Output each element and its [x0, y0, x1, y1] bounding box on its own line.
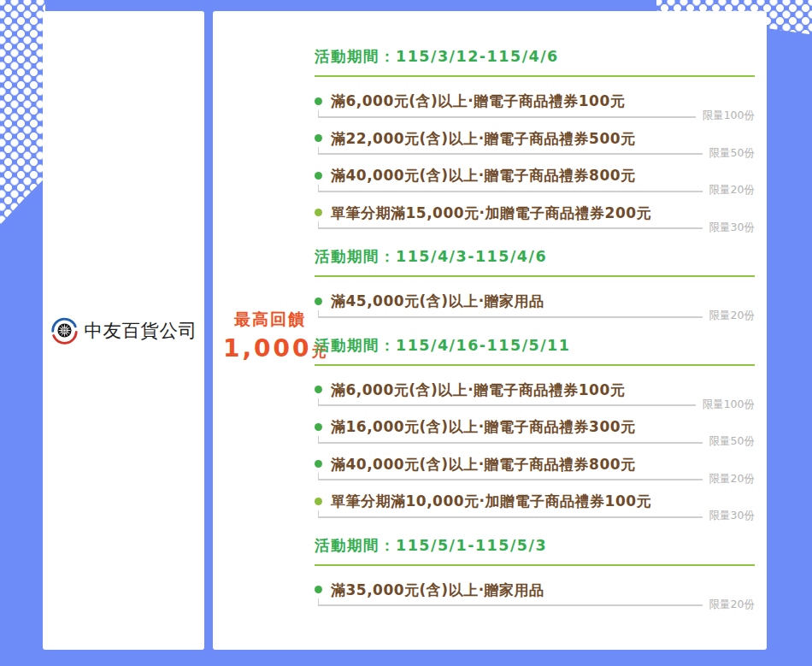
offer-bullet-icon	[315, 460, 322, 468]
offer-bullet-icon	[315, 134, 322, 142]
offer-text: 滿40,000元(含)以上·贈電子商品禮券800元	[331, 166, 636, 185]
offer-text: 滿16,000元(含)以上·贈電子商品禮券300元	[331, 417, 636, 436]
offer-underline	[318, 221, 703, 229]
max-reward-block: 最高回饋 1,000元	[223, 309, 317, 362]
offer-limit: 限量20份	[709, 310, 755, 321]
offer-text: 滿22,000元(含)以上·贈電子商品禮券500元	[331, 129, 636, 148]
offer-underline	[318, 185, 703, 192]
max-reward-amount: 1,000元	[223, 334, 317, 362]
offer-limit: 限量20份	[709, 474, 755, 485]
offer-underline	[318, 473, 703, 480]
offer-row: 滿6,000元(含)以上·贈電子商品禮券100元 限量100份	[315, 374, 755, 407]
max-reward-number: 1,000	[223, 334, 312, 362]
offer-bullet-icon	[315, 172, 322, 180]
offer-row: 滿35,000元(含)以上·贈家用品 限量20份	[315, 575, 755, 607]
promo-card: 最高回饋 1,000元 活動期間：115/3/12-115/4/6 滿6,000…	[213, 11, 767, 650]
offer-limit: 限量100份	[703, 110, 755, 121]
section-period-title: 活動期間：115/3/12-115/4/6	[315, 48, 755, 77]
offer-limit: 限量50份	[709, 436, 755, 447]
offer-text: 滿45,000元(含)以上·贈家用品	[331, 292, 544, 310]
promo-section: 活動期間：115/4/16-115/5/11 滿6,000元(含)以上·贈電子商…	[315, 337, 755, 518]
offer-text: 滿35,000元(含)以上·贈家用品	[331, 581, 544, 599]
section-period-title: 活動期間：115/4/3-115/4/6	[315, 248, 755, 277]
offer-list: 滿6,000元(含)以上·贈電子商品禮券100元 限量100份 滿16,000元…	[315, 374, 755, 518]
polka-dots-top-left	[0, 0, 45, 225]
brand-card: 中友百貨公司	[43, 11, 204, 650]
brand-name: 中友百貨公司	[85, 318, 197, 343]
promo-section: 活動期間：115/5/1-115/5/3 滿35,000元(含)以上·贈家用品 …	[315, 537, 755, 607]
offer-text: 單筆分期滿10,000元·加贈電子商品禮券100元	[331, 492, 651, 510]
offer-row: 單筆分期滿10,000元·加贈電子商品禮券100元 限量30份	[315, 486, 755, 518]
offer-bullet-icon	[315, 97, 322, 105]
offer-bullet-icon	[315, 298, 322, 305]
offer-text: 單筆分期滿15,000元·加贈電子商品禮券200元	[331, 203, 651, 222]
offer-row: 滿6,000元(含)以上·贈電子商品禮券100元 限量100份	[315, 85, 755, 118]
offer-bullet-icon	[315, 586, 322, 593]
offer-limit: 限量20份	[709, 185, 755, 196]
max-reward-label: 最高回饋	[223, 309, 317, 331]
promo-section: 活動期間：115/4/3-115/4/6 滿45,000元(含)以上·贈家用品 …	[315, 248, 755, 318]
offer-underline	[318, 310, 703, 318]
offer-list: 滿6,000元(含)以上·贈電子商品禮券100元 限量100份 滿22,000元…	[315, 85, 755, 229]
offer-list: 滿35,000元(含)以上·贈家用品 限量20份	[315, 575, 755, 607]
offer-row: 滿16,000元(含)以上·贈電子商品禮券300元 限量50份	[315, 411, 755, 444]
offer-underline	[318, 436, 703, 444]
offer-limit: 限量20份	[709, 599, 755, 610]
promo-page: { "colors": { "background": "#6E8CF7", "…	[0, 0, 812, 666]
offer-row: 滿40,000元(含)以上·贈電子商品禮券800元 限量20份	[315, 160, 755, 192]
offer-bullet-icon	[315, 209, 322, 216]
offer-underline	[318, 398, 696, 406]
offer-row: 滿40,000元(含)以上·贈電子商品禮券800元 限量20份	[315, 449, 755, 481]
offer-row: 單筆分期滿15,000元·加贈電子商品禮券200元 限量30份	[315, 197, 755, 230]
offer-text: 滿40,000元(含)以上·贈電子商品禮券800元	[331, 455, 636, 474]
offer-row: 滿45,000元(含)以上·贈家用品 限量20份	[315, 286, 755, 318]
offer-limit: 限量50份	[709, 148, 755, 159]
offer-text: 滿6,000元(含)以上·贈電子商品禮券100元	[331, 380, 625, 399]
chungyo-emblem-icon	[50, 316, 79, 345]
offer-underline	[318, 147, 703, 155]
offer-bullet-icon	[315, 498, 322, 505]
offer-list: 滿45,000元(含)以上·贈家用品 限量20份	[315, 286, 755, 318]
brand-lockup: 中友百貨公司	[43, 11, 204, 650]
sections: 活動期間：115/3/12-115/4/6 滿6,000元(含)以上·贈電子商品…	[315, 11, 755, 625]
offer-underline	[318, 510, 703, 518]
section-period-title: 活動期間：115/5/1-115/5/3	[315, 537, 755, 566]
offer-underline	[318, 110, 696, 118]
promo-section: 活動期間：115/3/12-115/4/6 滿6,000元(含)以上·贈電子商品…	[315, 48, 755, 229]
section-period-title: 活動期間：115/4/16-115/5/11	[315, 337, 755, 366]
offer-bullet-icon	[315, 386, 322, 393]
offer-text: 滿6,000元(含)以上·贈電子商品禮券100元	[331, 91, 625, 110]
offer-limit: 限量30份	[709, 222, 755, 233]
offer-bullet-icon	[315, 423, 322, 431]
offer-limit: 限量100份	[703, 399, 755, 410]
offer-underline	[318, 598, 703, 606]
offer-limit: 限量30份	[709, 510, 755, 522]
offer-row: 滿22,000元(含)以上·贈電子商品禮券500元 限量50份	[315, 123, 755, 156]
